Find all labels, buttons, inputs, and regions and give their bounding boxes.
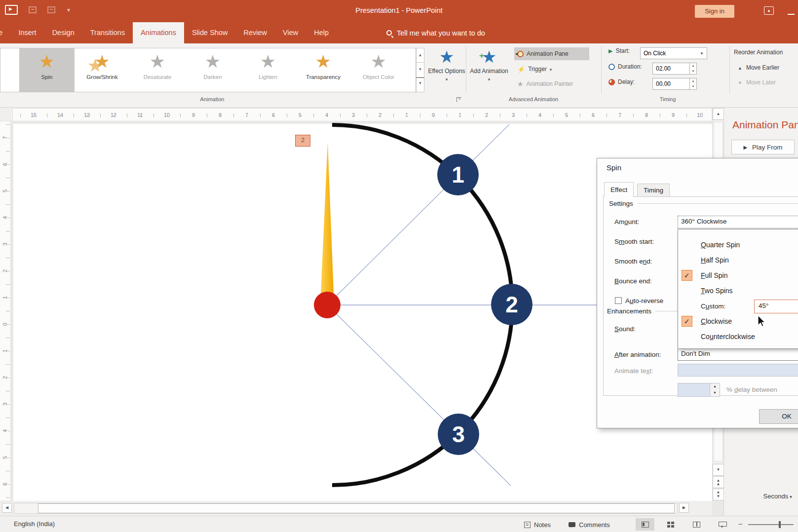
ruler-tick: 5	[553, 109, 580, 121]
ribbon-display-options-icon[interactable]: ▲	[764, 6, 774, 15]
duration-spin-icons[interactable]: ▲▼	[689, 63, 696, 74]
auto-reverse-checkbox[interactable]	[615, 297, 622, 304]
tab-timing[interactable]: Timing	[637, 184, 670, 197]
stepper-spin-icons[interactable]: ▲▼	[710, 383, 720, 396]
animation-style[interactable]: Transparency	[296, 48, 351, 92]
trigger-button[interactable]: ⚡ Trigger	[514, 63, 555, 76]
amount-select[interactable]: 360° Clockwise	[678, 216, 798, 228]
check-icon	[682, 270, 692, 281]
dropdown-option[interactable]: Half Spin	[678, 253, 798, 268]
ruler-tick: 6	[0, 471, 10, 497]
horizontal-scrollbar[interactable]: ◀ ▶	[0, 501, 712, 516]
slideshow-view-button[interactable]	[713, 518, 731, 531]
horizontal-scroll-thumb[interactable]	[38, 503, 675, 513]
normal-view-button[interactable]	[636, 518, 654, 531]
custom-spin-row[interactable]: Custom: 45°	[678, 299, 798, 314]
ribbon-tab[interactable]: Review	[235, 22, 275, 43]
ribbon-tab[interactable]: Slide Show	[184, 22, 236, 43]
duration-value: 02.00	[653, 63, 689, 74]
comments-button[interactable]: Comments	[569, 519, 610, 530]
center-dot-shape[interactable]	[314, 292, 341, 318]
zoom-out-icon[interactable]: −	[738, 520, 743, 528]
ribbon-tab[interactable]: Design	[44, 22, 82, 43]
animation-dialog-launcher-icon[interactable]	[456, 97, 461, 102]
needle-shape[interactable]	[320, 142, 334, 305]
animation-style[interactable]: Desaturate	[130, 48, 185, 92]
dropdown-option[interactable]: Two Spins	[678, 283, 798, 299]
animation-style[interactable]: Darken	[185, 48, 240, 92]
dropdown-option[interactable]: Counterclockwise	[678, 329, 798, 344]
numbered-circle-3[interactable]: 3	[438, 414, 479, 455]
ruler-tick: 6	[260, 109, 287, 121]
minimize-icon[interactable]	[788, 14, 795, 15]
previous-slide-icon[interactable]: ▲▲	[713, 476, 724, 488]
dropdown-option[interactable]: Full Spin	[678, 268, 798, 283]
duration-stepper[interactable]: 02.00 ▲▼	[652, 63, 697, 75]
tell-me-box[interactable]: Tell me what you want to do	[386, 22, 485, 43]
ruler-tick: 0	[0, 311, 10, 338]
custom-degrees-input[interactable]: 45°	[754, 300, 798, 313]
ruler-tick: 13	[74, 109, 100, 121]
animation-pane-button[interactable]: Animation Pane	[514, 47, 589, 60]
window-title: Presentation1 - PowerPoint	[0, 6, 798, 14]
animation-order-badge[interactable]: 2	[295, 135, 310, 147]
ruler-tick: 1	[0, 284, 10, 311]
numbered-circle-1[interactable]: 1	[437, 154, 479, 195]
notes-button[interactable]: Notes	[524, 519, 551, 530]
move-earlier-button[interactable]: ▲Move Earlier	[738, 64, 779, 71]
ribbon-tab[interactable]: Help	[306, 22, 337, 43]
bounce-end-label: Bounce end:	[614, 277, 652, 285]
animation-star-icon	[39, 62, 55, 69]
ribbon-tab[interactable]: Animations	[133, 22, 184, 43]
add-animation-icon: ★＋	[470, 47, 508, 67]
ruler-tick: 2	[367, 109, 393, 121]
sign-in-button[interactable]: Sign in	[695, 5, 734, 18]
ribbon-tab[interactable]: Transitions	[82, 22, 133, 43]
effect-options-button[interactable]: ★ Effect Options	[427, 47, 466, 94]
custom-label: Custom:	[701, 303, 754, 310]
animation-style[interactable]: Object Color	[351, 48, 406, 92]
dropdown-option[interactable]: Quarter Spin	[678, 237, 798, 253]
reading-view-button[interactable]	[687, 518, 706, 531]
animation-style[interactable]: Grow/Shrink	[75, 48, 130, 92]
start-select[interactable]: On Click ▼	[640, 47, 707, 59]
ok-button[interactable]: OK	[759, 409, 798, 424]
scroll-down-icon[interactable]: ▼	[713, 464, 724, 476]
dropdown-option[interactable]: Clockwise	[678, 314, 798, 329]
ribbon-tab[interactable]: View	[275, 22, 306, 43]
animation-style[interactable]: Teeter	[0, 48, 19, 92]
check-icon	[682, 316, 692, 327]
group-separator	[466, 46, 466, 94]
smooth-start-label: Smooth start:	[614, 238, 654, 245]
after-animation-select[interactable]: Don't Dim	[678, 348, 798, 361]
ribbon-tab[interactable]: Insert	[10, 22, 44, 43]
amount-dropdown-menu: Quarter Spin Half Spin Full Spin Two Spi…	[678, 229, 798, 349]
animation-style[interactable]: Lighten	[240, 48, 296, 92]
language-status[interactable]: English (India)	[14, 520, 55, 528]
zoom-slider[interactable]	[748, 524, 794, 525]
horizontal-ruler: 151413121110987654321012345678910	[12, 108, 712, 121]
scroll-left-icon[interactable]: ◀	[2, 503, 12, 513]
seconds-dropdown[interactable]: Seconds	[763, 493, 792, 500]
scroll-right-icon[interactable]: ▶	[679, 503, 689, 513]
numbered-circle-2[interactable]: 2	[491, 284, 532, 325]
scroll-up-icon[interactable]: ▲	[713, 108, 724, 120]
slide-sorter-icon	[667, 522, 674, 528]
delay-stepper[interactable]: 00.00 ▲▼	[652, 78, 697, 90]
zoom-slider-thumb[interactable]	[779, 521, 781, 528]
horizontal-scroll-track[interactable]	[14, 503, 678, 514]
add-animation-button[interactable]: ★＋ Add Animation	[470, 47, 508, 94]
play-from-button[interactable]: ▶ Play From	[731, 140, 795, 154]
status-bar: English (India) Notes Comments −	[0, 516, 798, 532]
ruler-tick: 7	[607, 109, 633, 121]
slide-sorter-view-button[interactable]	[661, 518, 680, 531]
ribbon-tab[interactable]: File	[0, 22, 10, 43]
gallery-up-icon[interactable]: ▲	[416, 48, 424, 63]
delay-spin-icons[interactable]: ▲▼	[689, 78, 696, 89]
animation-style[interactable]: Spin	[19, 48, 75, 92]
gallery-down-icon[interactable]: ▼	[416, 63, 424, 77]
next-slide-icon[interactable]: ▼▼	[713, 489, 724, 500]
delay-between-stepper: ▲▼	[678, 383, 720, 397]
tab-effect[interactable]: Effect	[604, 182, 634, 197]
gallery-more-icon[interactable]: ▼	[416, 77, 424, 92]
